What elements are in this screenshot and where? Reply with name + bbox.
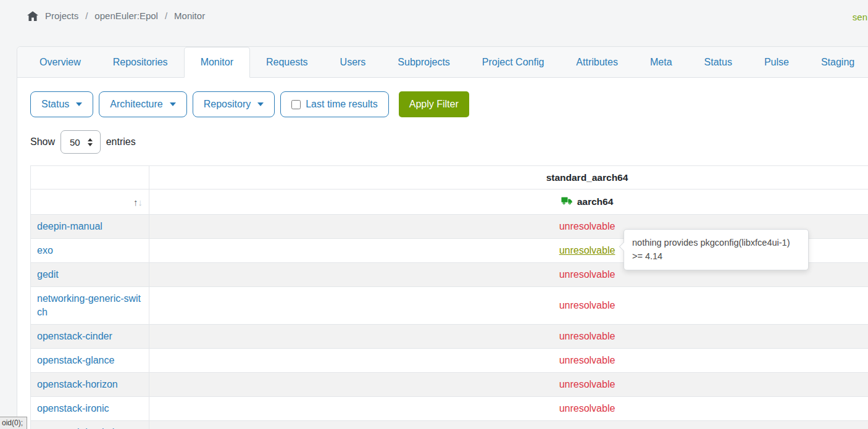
package-cell: openstack-ironic	[31, 397, 149, 421]
last-time-results-toggle[interactable]: Last time results	[280, 91, 388, 117]
filter-status-label: Status	[41, 99, 69, 110]
tab-monitor[interactable]: Monitor	[184, 47, 250, 78]
status-cell: unresolvable	[149, 421, 868, 429]
page-size-value: 50	[70, 137, 80, 148]
sort-control[interactable]: ↑↓	[31, 190, 149, 215]
build-status-link[interactable]: unresolvable	[559, 245, 616, 256]
caret-down-icon	[76, 102, 82, 106]
package-link[interactable]: openstack-ironic	[37, 403, 109, 414]
package-cell: openstack-ironic-inspector	[31, 421, 149, 429]
build-error-tooltip: nothing provides pkgconfig(libxfce4ui-1)…	[624, 229, 809, 270]
package-cell: networking-generic-switch	[31, 287, 149, 325]
page-size-select[interactable]: 50	[61, 130, 101, 154]
browser-status-bar: oid(0);	[0, 417, 27, 429]
build-status-link[interactable]: unresolvable	[559, 379, 616, 389]
sort-arrows-icon[interactable]: ↑	[133, 197, 138, 207]
table-row: openstack-ironic-inspectorunresolvable	[31, 421, 868, 429]
table-row: openstack-ironicunresolvable	[31, 397, 868, 421]
build-status-link[interactable]: unresolvable	[559, 403, 616, 414]
repository-header-row: standard_aarch64	[31, 166, 868, 190]
package-link[interactable]: gedit	[37, 269, 59, 280]
truck-icon	[561, 196, 572, 207]
status-cell: unresolvable	[149, 287, 868, 325]
status-cell: unresolvable	[149, 373, 868, 397]
empty-header-cell	[31, 166, 149, 190]
table-row: networking-generic-switchunresolvable	[31, 287, 868, 325]
status-cell: unresolvable	[149, 349, 868, 373]
username-link[interactable]: sen	[853, 12, 867, 22]
filter-architecture-label: Architecture	[110, 99, 162, 110]
filter-repository-dropdown[interactable]: Repository	[193, 91, 275, 117]
caret-down-icon	[170, 102, 176, 106]
breadcrumb-project-name[interactable]: openEuler:Epol	[94, 10, 158, 21]
tab-overview[interactable]: Overview	[23, 47, 97, 77]
filter-architecture-dropdown[interactable]: Architecture	[99, 91, 186, 117]
build-status-link[interactable]: unresolvable	[559, 221, 616, 231]
package-cell: deepin-manual	[31, 215, 149, 239]
tab-meta[interactable]: Meta	[634, 47, 688, 77]
tab-subprojects[interactable]: Subprojects	[382, 47, 466, 77]
build-status-link[interactable]: unresolvable	[559, 269, 616, 280]
package-cell: openstack-cinder	[31, 325, 149, 349]
package-link[interactable]: openstack-horizon	[37, 379, 118, 389]
entries-label: entries	[106, 136, 136, 148]
repository-header: standard_aarch64	[149, 166, 868, 190]
package-link[interactable]: networking-generic-switch	[37, 293, 141, 317]
package-cell: gedit	[31, 263, 149, 287]
table-row: openstack-glanceunresolvable	[31, 349, 868, 373]
architecture-header-row: ↑↓	[31, 190, 868, 215]
breadcrumb: Projects / openEuler:Epol / Monitor	[27, 10, 205, 21]
spinner-icon	[88, 138, 93, 146]
tooltip-text: nothing provides pkgconfig(libxfce4ui-1)…	[632, 236, 800, 264]
breadcrumb-separator: /	[85, 10, 88, 21]
status-cell: unresolvable	[149, 325, 868, 349]
tab-users[interactable]: Users	[324, 47, 382, 77]
tab-status[interactable]: Status	[688, 47, 748, 77]
caret-down-icon	[257, 102, 264, 106]
table-row: openstack-cinderunresolvable	[31, 325, 868, 349]
package-link[interactable]: openstack-cinder	[37, 331, 112, 341]
entries-row: Show 50 entries	[30, 130, 868, 154]
filter-row: StatusArchitectureRepository Last time r…	[30, 91, 868, 117]
build-status-link[interactable]: unresolvable	[559, 331, 616, 341]
tab-staging[interactable]: Staging	[805, 47, 868, 77]
apply-filter-button[interactable]: Apply Filter	[399, 91, 469, 117]
last-time-results-checkbox[interactable]	[291, 100, 301, 109]
package-link[interactable]: exo	[37, 245, 53, 256]
architecture-header: aarch64	[577, 196, 614, 207]
package-link[interactable]: openstack-glance	[37, 355, 114, 365]
tab-repositories[interactable]: Repositories	[97, 47, 184, 77]
monitor-table: standard_aarch64 ↑↓	[30, 165, 868, 429]
show-label: Show	[30, 136, 55, 148]
filter-status-dropdown[interactable]: Status	[30, 91, 93, 117]
package-cell: exo	[31, 239, 149, 263]
tab-requests[interactable]: Requests	[250, 47, 324, 77]
tab-attributes[interactable]: Attributes	[560, 47, 634, 77]
package-cell: openstack-horizon	[31, 373, 149, 397]
status-cell: unresolvable	[149, 397, 868, 421]
breadcrumb-projects[interactable]: Projects	[45, 10, 78, 21]
build-status-link[interactable]: unresolvable	[559, 355, 616, 365]
architecture-header-cell: aarch64	[149, 190, 868, 215]
tab-pulse[interactable]: Pulse	[748, 47, 805, 77]
build-status-link[interactable]: unresolvable	[559, 300, 616, 310]
package-cell: openstack-glance	[31, 349, 149, 373]
breadcrumb-monitor[interactable]: Monitor	[174, 10, 205, 21]
tab-project-config[interactable]: Project Config	[466, 47, 561, 77]
breadcrumb-separator: /	[165, 10, 167, 21]
table-row: openstack-horizonunresolvable	[31, 373, 868, 397]
last-time-results-label: Last time results	[306, 99, 377, 110]
home-icon[interactable]	[27, 11, 38, 21]
package-link[interactable]: deepin-manual	[37, 221, 102, 231]
filter-repository-label: Repository	[204, 99, 251, 110]
tab-bar: OverviewRepositoriesMonitorRequestsUsers…	[17, 47, 868, 78]
